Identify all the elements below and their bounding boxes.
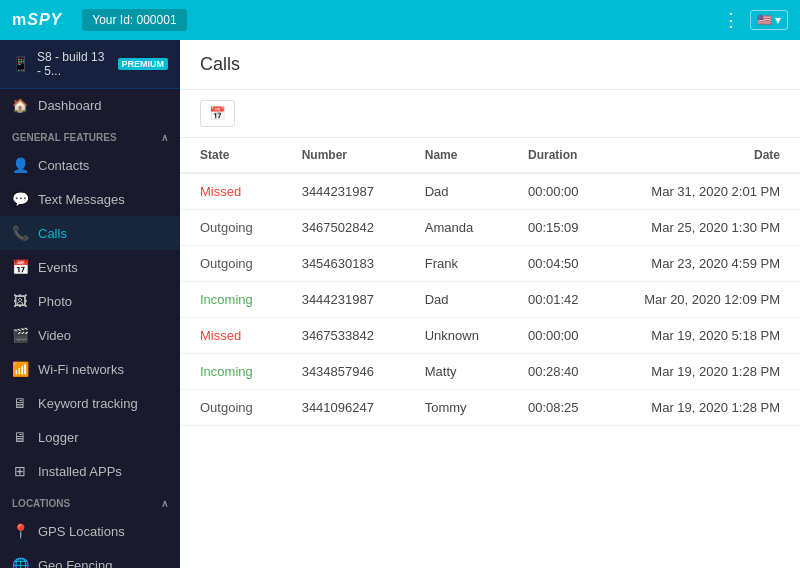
- topbar: mSPY Your Id: 000001 ⋮ 🇺🇸 ▾: [0, 0, 800, 40]
- cell-duration-6: 00:08:25: [508, 390, 607, 426]
- photo-icon: 🖼: [12, 293, 28, 309]
- calendar-filter-button[interactable]: 📅: [200, 100, 235, 127]
- device-name: S8 - build 13 - 5...: [37, 50, 110, 78]
- flag-icon: 🇺🇸: [757, 13, 772, 27]
- logger-icon: 🖥: [12, 429, 28, 445]
- contacts-label: Contacts: [38, 158, 89, 173]
- gps-label: GPS Locations: [38, 524, 125, 539]
- cell-date-1: Mar 25, 2020 1:30 PM: [607, 210, 800, 246]
- cell-name-5: Matty: [405, 354, 508, 390]
- cell-number-2: 3454630183: [282, 246, 405, 282]
- cell-state-0: Missed: [180, 173, 282, 210]
- table-row: Outgoing 3441096247 Tommy 00:08:25 Mar 1…: [180, 390, 800, 426]
- sidebar-item-dashboard[interactable]: 🏠 Dashboard: [0, 89, 180, 122]
- table-header-row: State Number Name Duration Date: [180, 138, 800, 173]
- device-item[interactable]: 📱 S8 - build 13 - 5... PREMIUM: [0, 40, 180, 89]
- sidebar: 📱 S8 - build 13 - 5... PREMIUM 🏠 Dashboa…: [0, 40, 180, 568]
- cell-number-5: 3434857946: [282, 354, 405, 390]
- col-state: State: [180, 138, 282, 173]
- cell-number-4: 3467533842: [282, 318, 405, 354]
- sidebar-item-keyword[interactable]: 🖥 Keyword tracking: [0, 386, 180, 420]
- cell-duration-3: 00:01:42: [508, 282, 607, 318]
- wifi-label: Wi-Fi networks: [38, 362, 124, 377]
- photo-label: Photo: [38, 294, 72, 309]
- dashboard-label: Dashboard: [38, 98, 102, 113]
- topbar-right: ⋮ 🇺🇸 ▾: [722, 9, 788, 31]
- cell-name-1: Amanda: [405, 210, 508, 246]
- col-date: Date: [607, 138, 800, 173]
- sidebar-item-calls[interactable]: 📞 Calls: [0, 216, 180, 250]
- cell-number-1: 3467502842: [282, 210, 405, 246]
- sidebar-item-text-messages[interactable]: 💬 Text Messages: [0, 182, 180, 216]
- contacts-icon: 👤: [12, 157, 28, 173]
- sidebar-item-wifi[interactable]: 📶 Wi-Fi networks: [0, 352, 180, 386]
- language-button[interactable]: 🇺🇸 ▾: [750, 10, 788, 30]
- locations-chevron: ∧: [161, 498, 168, 509]
- cell-number-3: 3444231987: [282, 282, 405, 318]
- wifi-icon: 📶: [12, 361, 28, 377]
- sidebar-item-gps[interactable]: 📍 GPS Locations: [0, 514, 180, 548]
- table-row: Missed 3467533842 Unknown 00:00:00 Mar 1…: [180, 318, 800, 354]
- cell-state-6: Outgoing: [180, 390, 282, 426]
- apps-label: Installed APPs: [38, 464, 122, 479]
- cell-number-6: 3441096247: [282, 390, 405, 426]
- apps-icon: ⊞: [12, 463, 28, 479]
- geo-label: Geo Fencing: [38, 558, 112, 569]
- calls-table-container: State Number Name Duration Date Missed 3…: [180, 138, 800, 568]
- col-number: Number: [282, 138, 405, 173]
- sidebar-item-video[interactable]: 🎬 Video: [0, 318, 180, 352]
- cell-duration-2: 00:04:50: [508, 246, 607, 282]
- cell-date-5: Mar 19, 2020 1:28 PM: [607, 354, 800, 390]
- sidebar-item-contacts[interactable]: 👤 Contacts: [0, 148, 180, 182]
- cell-name-6: Tommy: [405, 390, 508, 426]
- cell-date-2: Mar 23, 2020 4:59 PM: [607, 246, 800, 282]
- calls-label: Calls: [38, 226, 67, 241]
- cell-state-4: Missed: [180, 318, 282, 354]
- home-icon: 🏠: [12, 98, 28, 113]
- cell-name-0: Dad: [405, 173, 508, 210]
- cell-name-4: Unknown: [405, 318, 508, 354]
- cell-duration-5: 00:28:40: [508, 354, 607, 390]
- cell-state-3: Incoming: [180, 282, 282, 318]
- keyword-icon: 🖥: [12, 395, 28, 411]
- table-row: Incoming 3434857946 Matty 00:28:40 Mar 1…: [180, 354, 800, 390]
- device-icon: 📱: [12, 56, 29, 72]
- locations-label: LOCATIONS: [12, 498, 70, 509]
- sidebar-item-logger[interactable]: 🖥 Logger: [0, 420, 180, 454]
- page-title: Calls: [200, 54, 240, 75]
- general-features-chevron: ∧: [161, 132, 168, 143]
- content-area: Calls 📅 State Number Name Duration Date: [180, 40, 800, 568]
- video-label: Video: [38, 328, 71, 343]
- table-row: Outgoing 3467502842 Amanda 00:15:09 Mar …: [180, 210, 800, 246]
- general-features-header: GENERAL FEATURES ∧: [0, 122, 180, 148]
- sidebar-item-photo[interactable]: 🖼 Photo: [0, 284, 180, 318]
- sidebar-item-events[interactable]: 📅 Events: [0, 250, 180, 284]
- events-icon: 📅: [12, 259, 28, 275]
- general-features-label: GENERAL FEATURES: [12, 132, 117, 143]
- cell-state-5: Incoming: [180, 354, 282, 390]
- main-layout: 📱 S8 - build 13 - 5... PREMIUM 🏠 Dashboa…: [0, 40, 800, 568]
- cell-date-0: Mar 31, 2020 2:01 PM: [607, 173, 800, 210]
- filter-bar: 📅: [180, 90, 800, 138]
- logger-label: Logger: [38, 430, 78, 445]
- geo-icon: 🌐: [12, 557, 28, 568]
- sidebar-item-installed-apps[interactable]: ⊞ Installed APPs: [0, 454, 180, 488]
- cell-number-0: 3444231987: [282, 173, 405, 210]
- col-duration: Duration: [508, 138, 607, 173]
- cell-duration-0: 00:00:00: [508, 173, 607, 210]
- events-label: Events: [38, 260, 78, 275]
- messages-label: Text Messages: [38, 192, 125, 207]
- sidebar-item-geo[interactable]: 🌐 Geo Fencing: [0, 548, 180, 568]
- messages-icon: 💬: [12, 191, 28, 207]
- cell-state-1: Outgoing: [180, 210, 282, 246]
- col-name: Name: [405, 138, 508, 173]
- more-options-icon[interactable]: ⋮: [722, 9, 740, 31]
- cell-name-2: Frank: [405, 246, 508, 282]
- cell-duration-4: 00:00:00: [508, 318, 607, 354]
- gps-icon: 📍: [12, 523, 28, 539]
- content-header: Calls: [180, 40, 800, 90]
- cell-duration-1: 00:15:09: [508, 210, 607, 246]
- premium-badge: PREMIUM: [118, 58, 169, 70]
- logo: mSPY: [12, 11, 62, 29]
- flag-chevron: ▾: [775, 13, 781, 27]
